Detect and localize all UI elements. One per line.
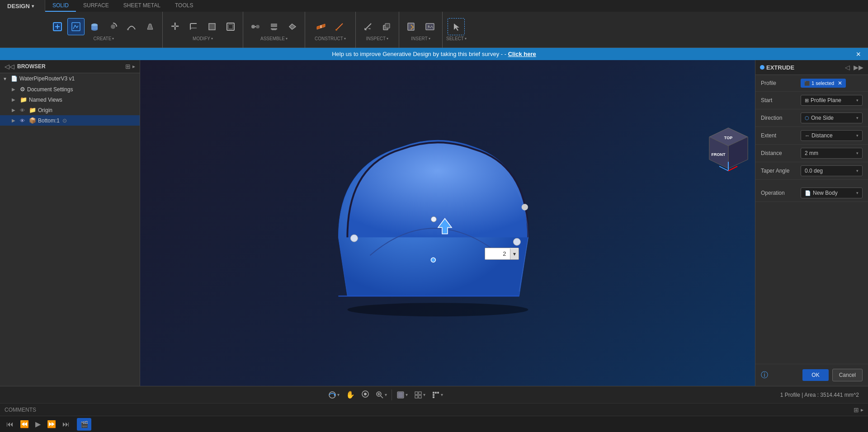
svg-rect-58	[435, 392, 437, 394]
comments-title: COMMENTS	[5, 407, 854, 413]
root-label: WaterPipeRouterV3 v1	[19, 75, 75, 82]
info-icon[interactable]: ⓘ	[761, 371, 768, 380]
modify-section: ✛ MODIFY ▾	[163, 12, 243, 48]
chamfer-btn[interactable]	[203, 18, 221, 35]
operation-dropdown[interactable]: 📄 New Body ▾	[801, 188, 863, 198]
tree-item-root[interactable]: ▼ 📄 WaterPipeRouterV3 v1	[0, 73, 140, 84]
extent-dropdown[interactable]: ↔ Distance ▾	[801, 130, 863, 141]
distance-input-field[interactable]	[485, 248, 510, 259]
svg-rect-27	[426, 23, 434, 30]
direction-dropdown[interactable]: ⬡ One Side ▾	[801, 113, 863, 123]
svg-point-13	[256, 25, 259, 28]
root-expand[interactable]: ▼	[3, 76, 9, 81]
distance-input-popup[interactable]: ▾	[485, 248, 519, 260]
origin-eye[interactable]: 👁	[20, 108, 27, 113]
skip-back-btn[interactable]: ⏮	[5, 419, 15, 429]
display-btn[interactable]: ▾	[395, 389, 410, 401]
look-btn[interactable]	[359, 388, 371, 402]
play-btn[interactable]: ▶	[33, 419, 42, 429]
construct-section: CONSTRUCT ▾	[305, 12, 356, 48]
zoom-btn[interactable]: ▾	[374, 389, 389, 401]
tab-surface[interactable]: SURFACE	[76, 0, 116, 12]
nav-cube[interactable]: TOP FRONT	[705, 123, 752, 175]
pan-btn[interactable]: ✋	[344, 389, 357, 401]
tree-item-origin[interactable]: ▶ 👁 📁 Origin	[0, 105, 140, 115]
extrude-panel: EXTRUDE ◁ ▶▶ Profile ⬛ 1 selected ✕ Star…	[755, 60, 868, 386]
construct-plane-btn[interactable]	[312, 18, 330, 35]
design-button[interactable]: DESIGN ▾	[0, 0, 45, 12]
timeline-thumb[interactable]: 🎬	[77, 418, 91, 431]
tab-solid[interactable]: SOLID	[45, 0, 76, 12]
tree-item-bottom1[interactable]: ▶ 👁 📦 Bottom:1 ⊙	[0, 115, 140, 126]
create-section: CREATE ▾	[45, 12, 163, 48]
named-views-label: Named Views	[29, 97, 62, 103]
measure-btn[interactable]: ⇥	[359, 18, 377, 35]
profile-badge[interactable]: ⬛ 1 selected ✕	[801, 79, 846, 88]
named-views-expand[interactable]: ▶	[12, 97, 18, 102]
bottom1-expand[interactable]: ▶	[12, 118, 18, 123]
browser-expand-icon[interactable]: ⊞	[125, 63, 131, 70]
distance-unit-dropdown[interactable]: ▾	[510, 249, 519, 259]
modify-label: MODIFY	[193, 36, 210, 41]
extrude-btn[interactable]	[86, 18, 103, 35]
joint-btn[interactable]	[247, 18, 264, 35]
tree-item-named-views[interactable]: ▶ 📁 Named Views	[0, 94, 140, 105]
notification-link[interactable]: Click here	[508, 51, 536, 57]
svg-rect-56	[419, 395, 421, 398]
motion-link-btn[interactable]	[284, 18, 301, 35]
skip-forward-btn[interactable]: ⏭	[61, 419, 71, 429]
svg-rect-59	[437, 392, 439, 394]
fillet-btn[interactable]	[185, 18, 202, 35]
svg-point-32	[513, 238, 520, 245]
bottom-toolbar: ▾ ✋ ▾ ▾ ▾	[0, 386, 868, 403]
tab-sheet-metal[interactable]: SHEET METAL	[116, 0, 168, 12]
origin-expand[interactable]: ▶	[12, 108, 18, 113]
viewport[interactable]: ▾ ⬤	[140, 60, 755, 386]
svg-rect-11	[228, 24, 233, 29]
start-dropdown[interactable]: ⊞ Profile Plane ▾	[801, 95, 863, 106]
insert-section: INSERT ▾	[399, 12, 443, 48]
playback-bar: ⏮ ⏪ ▶ ⏩ ⏭ 🎬	[0, 416, 868, 432]
insert-canvas-btn[interactable]	[421, 18, 439, 35]
prev-frame-btn[interactable]: ⏪	[18, 419, 31, 429]
bottom1-eye[interactable]: 👁	[20, 118, 27, 123]
svg-rect-60	[433, 394, 434, 396]
revolve-btn[interactable]	[104, 18, 122, 35]
create-sketch-btn[interactable]	[67, 18, 85, 35]
shell-btn[interactable]	[222, 18, 239, 35]
doc-label: Document Settings	[27, 86, 73, 93]
doc-expand[interactable]: ▶	[12, 87, 18, 92]
tree-item-doc-settings[interactable]: ▶ ⚙ Document Settings	[0, 84, 140, 94]
ground-btn[interactable]	[265, 18, 283, 35]
construct-axis-btn[interactable]	[331, 18, 348, 35]
insert-derive-btn[interactable]	[403, 18, 420, 35]
svg-point-46	[364, 393, 367, 395]
move-btn[interactable]: ✛	[166, 18, 184, 35]
orbit-btn[interactable]: ▾	[326, 389, 341, 401]
comments-expand-icon[interactable]: ⊞	[854, 406, 859, 413]
distance-dropdown[interactable]: 2 mm ▾	[801, 148, 863, 159]
ok-button[interactable]: OK	[802, 369, 828, 381]
notification-close[interactable]: ×	[856, 49, 861, 59]
extrude-panel-expand[interactable]: ▶▶	[854, 64, 863, 71]
select-section: SELECT ▾	[443, 12, 470, 48]
select-btn[interactable]	[448, 18, 465, 35]
loft-btn[interactable]	[142, 18, 159, 35]
snap-btn[interactable]: ▾	[430, 389, 445, 401]
svg-rect-54	[419, 392, 421, 394]
comments-arrow[interactable]: ▸	[861, 407, 863, 413]
next-frame-btn[interactable]: ⏩	[45, 419, 58, 429]
browser-collapse-btn[interactable]: ◁◁	[5, 63, 14, 70]
extrude-panel-collapse[interactable]: ◁	[845, 64, 850, 71]
bottom1-icon: 📦	[29, 117, 36, 124]
new-component-btn[interactable]	[49, 18, 66, 35]
tab-tools[interactable]: TOOLS	[168, 0, 200, 12]
browser-panel-arrow[interactable]: ▸	[132, 63, 135, 70]
taper-dropdown[interactable]: 0.0 deg ▾	[801, 165, 863, 176]
svg-point-7	[111, 24, 115, 29]
profile-close-btn[interactable]: ✕	[838, 80, 842, 86]
sweep-btn[interactable]	[123, 18, 140, 35]
interference-btn[interactable]	[378, 18, 395, 35]
cancel-button[interactable]: Cancel	[832, 369, 863, 381]
grid-btn[interactable]: ▾	[412, 389, 427, 401]
